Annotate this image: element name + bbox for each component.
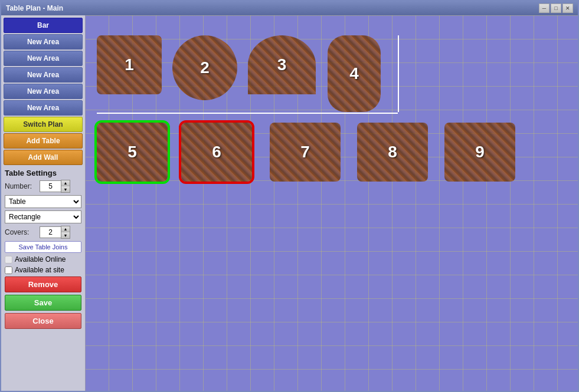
close-button[interactable]: ✕ bbox=[562, 4, 573, 13]
table-obj-7[interactable]: 7 bbox=[270, 123, 341, 182]
canvas-area[interactable]: 123456789 bbox=[86, 15, 578, 391]
window-title: Table Plan - Main bbox=[6, 4, 63, 12]
number-down-button[interactable]: ▼ bbox=[61, 186, 70, 192]
close-button-sidebar[interactable]: Close bbox=[5, 313, 81, 329]
table-obj-3[interactable]: 3 bbox=[248, 35, 316, 94]
table-obj-6[interactable]: 6 bbox=[181, 123, 252, 182]
area-button-2[interactable]: New Area bbox=[4, 51, 83, 66]
number-up-button[interactable]: ▲ bbox=[61, 180, 70, 186]
window-controls: ─ □ ✕ bbox=[539, 4, 573, 13]
spinner-controls: ▲ ▼ bbox=[61, 180, 70, 193]
available-online-checkbox[interactable] bbox=[5, 256, 12, 263]
available-site-label: Available at site bbox=[15, 266, 64, 274]
add-table-button[interactable]: Add Table bbox=[4, 133, 83, 149]
add-wall-button[interactable]: Add Wall bbox=[4, 150, 83, 165]
save-button[interactable]: Save bbox=[5, 295, 81, 311]
main-content: Bar New Area New Area New Area New Area … bbox=[1, 15, 578, 391]
table-type-row: Table bbox=[5, 195, 81, 208]
table-obj-1[interactable]: 1 bbox=[97, 35, 162, 94]
table-obj-2[interactable]: 2 bbox=[172, 35, 237, 100]
covers-input[interactable] bbox=[40, 226, 61, 238]
covers-spinner: ▲ ▼ bbox=[40, 226, 70, 239]
shape-type-select[interactable]: Rectangle Circle Square bbox=[5, 210, 81, 223]
area-button-1[interactable]: New Area bbox=[4, 34, 83, 50]
number-row: Number: ▲ ▼ bbox=[5, 180, 81, 193]
table-obj-4[interactable]: 4 bbox=[328, 35, 381, 112]
table-settings-title: Table Settings bbox=[5, 169, 81, 177]
table-settings-panel: Table Settings Number: ▲ ▼ Table bbox=[4, 166, 83, 331]
available-online-row: Available Online bbox=[5, 255, 81, 263]
number-label: Number: bbox=[5, 182, 37, 190]
restore-button[interactable]: □ bbox=[551, 4, 561, 13]
area-button-4[interactable]: New Area bbox=[4, 84, 83, 99]
covers-down-button[interactable]: ▼ bbox=[61, 232, 70, 238]
title-bar: Table Plan - Main ─ □ ✕ bbox=[1, 1, 578, 15]
canvas-divider bbox=[398, 35, 399, 112]
available-online-label: Available Online bbox=[15, 255, 66, 263]
canvas-divider bbox=[97, 113, 398, 114]
area-button-3[interactable]: New Area bbox=[4, 67, 83, 83]
table-type-select[interactable]: Table bbox=[5, 195, 81, 208]
available-site-row: Available at site bbox=[5, 266, 81, 274]
available-site-checkbox[interactable] bbox=[5, 266, 12, 274]
remove-button[interactable]: Remove bbox=[5, 276, 81, 292]
bar-button[interactable]: Bar bbox=[4, 18, 83, 33]
area-button-5[interactable]: New Area bbox=[4, 100, 83, 116]
main-window: Table Plan - Main ─ □ ✕ Bar New Area New… bbox=[0, 0, 579, 392]
covers-up-button[interactable]: ▲ bbox=[61, 226, 70, 232]
table-obj-8[interactable]: 8 bbox=[357, 123, 428, 182]
number-input[interactable] bbox=[40, 180, 61, 192]
save-table-joins-button[interactable]: Save Table Joins bbox=[5, 241, 81, 253]
shape-type-row: Rectangle Circle Square bbox=[5, 210, 81, 223]
minimize-button[interactable]: ─ bbox=[539, 4, 549, 13]
sidebar: Bar New Area New Area New Area New Area … bbox=[1, 15, 86, 391]
covers-row: Covers: ▲ ▼ bbox=[5, 226, 81, 239]
covers-label: Covers: bbox=[5, 228, 37, 236]
table-obj-9[interactable]: 9 bbox=[444, 123, 515, 182]
number-spinner: ▲ ▼ bbox=[40, 180, 70, 193]
table-obj-5[interactable]: 5 bbox=[97, 123, 168, 182]
switch-plan-button[interactable]: Switch Plan bbox=[4, 117, 83, 132]
covers-spinner-controls: ▲ ▼ bbox=[61, 226, 70, 239]
